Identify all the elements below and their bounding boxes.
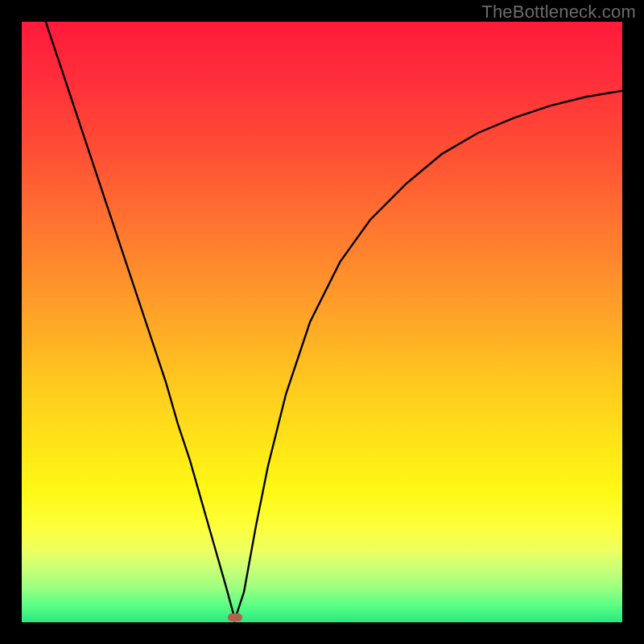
chart-frame: TheBottleneck.com: [0, 0, 644, 644]
watermark-text: TheBottleneck.com: [481, 2, 636, 23]
bottleneck-curve: [22, 22, 622, 622]
plot-area: [22, 22, 622, 622]
min-point-marker: [228, 613, 242, 621]
curve-path: [46, 22, 622, 619]
